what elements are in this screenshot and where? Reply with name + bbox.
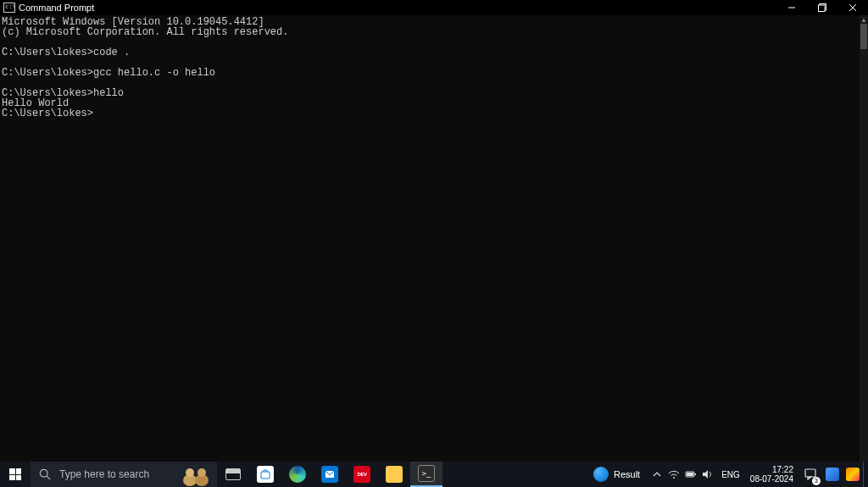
pinned-apps: >_: [217, 462, 442, 487]
terminal-area: Microsoft Windows [Version 10.0.19045.44…: [0, 15, 868, 462]
clock-time: 17:22: [750, 465, 793, 474]
store-icon: [257, 466, 274, 483]
command-prompt-taskbar-button[interactable]: >_: [410, 462, 442, 487]
language-indicator[interactable]: ENG: [716, 462, 745, 487]
scroll-thumb[interactable]: [860, 24, 867, 49]
devcpp-button[interactable]: [346, 462, 378, 487]
taskbar: Type here to search >_ Result: [0, 462, 868, 487]
search-placeholder: Type here to search: [59, 468, 149, 480]
battery-icon[interactable]: [682, 462, 699, 487]
wifi-icon[interactable]: [665, 462, 682, 487]
tray-app-2-icon: [846, 468, 860, 481]
language-text: ENG: [721, 470, 740, 479]
close-button[interactable]: [837, 0, 868, 15]
windows-logo-icon: [9, 468, 21, 480]
cmd-icon: >_: [418, 465, 435, 482]
svg-rect-15: [695, 473, 697, 475]
start-button[interactable]: [0, 462, 31, 487]
vertical-scrollbar[interactable]: ▲: [860, 15, 868, 462]
titlebar-left: c:\ Command Prompt: [3, 3, 94, 13]
devcpp-icon: [353, 466, 370, 483]
folder-icon: [386, 466, 403, 483]
task-view-button[interactable]: [217, 462, 249, 487]
window-controls: [776, 0, 868, 15]
svg-rect-18: [805, 469, 815, 477]
taskbar-search[interactable]: Type here to search: [31, 462, 217, 487]
action-center-button[interactable]: 3: [798, 462, 822, 487]
weather-icon: [593, 467, 609, 482]
tray-app-2[interactable]: [843, 462, 863, 487]
mail-button[interactable]: [314, 462, 346, 487]
task-view-icon: [225, 468, 241, 480]
tray-app-1-icon: [826, 468, 839, 481]
system-tray: [648, 462, 716, 487]
svg-point-9: [186, 468, 194, 477]
search-icon: [39, 468, 51, 480]
clock[interactable]: 17:22 08-07-2024: [745, 462, 798, 487]
svg-marker-17: [703, 470, 708, 479]
terminal-content[interactable]: Microsoft Windows [Version 10.0.19045.44…: [0, 15, 860, 462]
file-explorer-button[interactable]: [378, 462, 410, 487]
svg-line-6: [47, 476, 50, 479]
tray-app-1[interactable]: [822, 462, 843, 487]
svg-point-10: [198, 468, 206, 477]
maximize-button[interactable]: [807, 0, 837, 15]
svg-point-5: [40, 469, 47, 477]
edge-icon: [289, 466, 306, 483]
volume-icon[interactable]: [699, 462, 716, 487]
minimize-button[interactable]: [776, 0, 807, 15]
edge-button[interactable]: [281, 462, 314, 487]
search-highlight-image: [178, 463, 215, 487]
command-prompt-icon: c:\: [3, 3, 15, 13]
show-desktop-button[interactable]: [863, 462, 868, 487]
scroll-up-button[interactable]: ▲: [860, 15, 868, 24]
window-title: Command Prompt: [19, 3, 94, 13]
tray-overflow-button[interactable]: [648, 462, 665, 487]
notification-badge: 3: [812, 477, 821, 485]
clock-date: 08-07-2024: [750, 474, 793, 484]
svg-rect-2: [819, 5, 826, 12]
news-and-interests[interactable]: Result: [585, 462, 648, 487]
window-titlebar: c:\ Command Prompt: [0, 0, 868, 15]
svg-rect-16: [687, 473, 693, 476]
mail-icon: [321, 466, 338, 483]
svg-rect-11: [261, 472, 270, 479]
svg-marker-19: [808, 477, 811, 479]
microsoft-store-button[interactable]: [249, 462, 281, 487]
weather-label: Result: [614, 469, 640, 479]
svg-point-13: [673, 477, 675, 479]
